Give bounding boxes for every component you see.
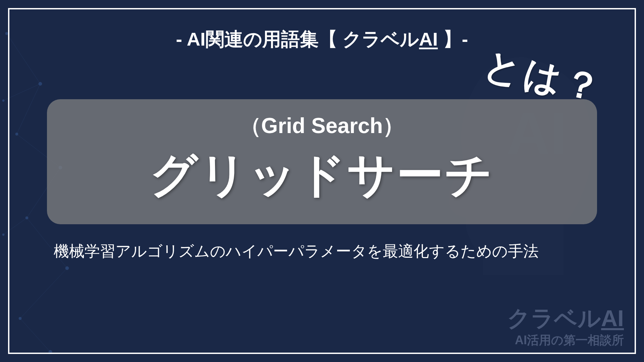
term-japanese: グリッドサーチ — [67, 144, 577, 207]
branding-block: クラベルAI AI活用の第一相談所 — [507, 303, 624, 349]
term-container: とは？ （Grid Search） グリッドサーチ — [34, 99, 610, 224]
header-ai-text: AI — [419, 28, 438, 50]
brand-name: クラベルAI — [507, 303, 624, 334]
content-area: - AI関連の用語集【 クラベルAI 】- とは？ （Grid Search） … — [0, 0, 644, 362]
term-box: （Grid Search） グリッドサーチ — [47, 99, 597, 224]
brand-ai: AI — [601, 305, 624, 331]
term-description: 機械学習アルゴリズムのハイパーパラメータを最適化するための手法 — [54, 241, 610, 262]
brand-tagline: AI活用の第一相談所 — [507, 332, 624, 349]
header-suffix: 】- — [438, 28, 468, 50]
header-prefix: - AI関連の用語集【 クラベル — [176, 28, 419, 50]
term-english: （Grid Search） — [67, 111, 577, 140]
brand-prefix: クラベル — [507, 305, 601, 331]
